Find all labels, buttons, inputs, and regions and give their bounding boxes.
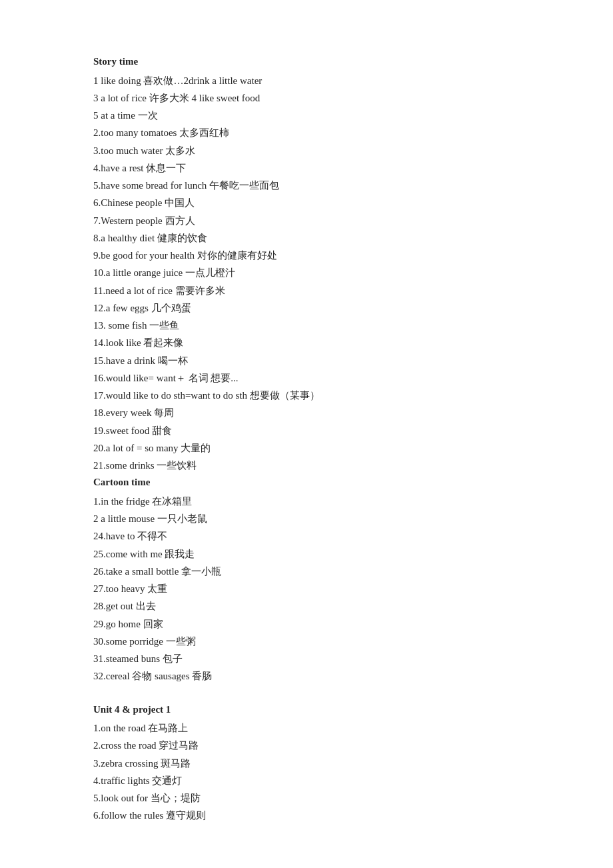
line-cartoon-time-6: 28.get out 出去 xyxy=(93,597,520,615)
line-story-time-12: 11.need a lot of rice 需要许多米 xyxy=(93,282,520,299)
line-story-time-22: 21.some drinks 一些饮料 xyxy=(93,457,520,474)
line-story-time-9: 8.a healthy diet 健康的饮食 xyxy=(93,229,520,247)
line-story-time-5: 4.have a rest 休息一下 xyxy=(93,159,520,177)
line-cartoon-time-10: 32.cereal 谷物 sausages 香肠 xyxy=(93,667,520,685)
line-cartoon-time-3: 25.come with me 跟我走 xyxy=(93,545,520,563)
line-unit4-project1-2: 3.zebra crossing 斑马路 xyxy=(93,755,520,772)
line-cartoon-time-2: 24.have to 不得不 xyxy=(93,527,520,545)
line-cartoon-time-1: 2 a little mouse 一只小老鼠 xyxy=(93,510,520,527)
line-story-time-7: 6.Chinese people 中国人 xyxy=(93,194,520,211)
line-cartoon-time-5: 27.too heavy 太重 xyxy=(93,580,520,597)
line-story-time-8: 7.Western people 西方人 xyxy=(93,212,520,229)
line-cartoon-time-8: 30.some porridge 一些粥 xyxy=(93,633,520,650)
section-story-time: Story time1 like doing 喜欢做…2drink a litt… xyxy=(93,53,520,474)
line-unit4-project1-3: 4.traffic lights 交通灯 xyxy=(93,772,520,789)
line-unit4-project1-0: 1.on the road 在马路上 xyxy=(93,719,520,737)
line-unit4-project1-1: 2.cross the road 穿过马路 xyxy=(93,737,520,754)
line-story-time-14: 13. some fish 一些鱼 xyxy=(93,317,520,334)
section-unit4-project1: Unit 4 & project 11.on the road 在马路上2.cr… xyxy=(93,701,520,825)
line-cartoon-time-9: 31.steamed buns 包子 xyxy=(93,650,520,667)
section-title-story-time: Story time xyxy=(93,53,520,71)
line-story-time-13: 12.a few eggs 几个鸡蛋 xyxy=(93,299,520,317)
line-story-time-2: 5 at a time 一次 xyxy=(93,107,520,124)
line-story-time-11: 10.a little orange juice 一点儿橙汁 xyxy=(93,264,520,281)
line-story-time-17: 16.would like= want＋ 名词 想要... xyxy=(93,369,520,387)
line-story-time-0: 1 like doing 喜欢做…2drink a little water xyxy=(93,72,520,89)
line-cartoon-time-0: 1.in the fridge 在冰箱里 xyxy=(93,493,520,510)
line-story-time-21: 20.a lot of = so many 大量的 xyxy=(93,439,520,457)
section-title-cartoon-time: Cartoon time xyxy=(93,474,520,491)
line-story-time-18: 17.would like to do sth=want to do sth 想… xyxy=(93,387,520,404)
section-title-unit4-project1: Unit 4 & project 1 xyxy=(93,701,520,719)
line-story-time-20: 19.sweet food 甜食 xyxy=(93,422,520,439)
line-story-time-19: 18.every week 每周 xyxy=(93,404,520,421)
section-cartoon-time: Cartoon time1.in the fridge 在冰箱里2 a litt… xyxy=(93,474,520,685)
line-cartoon-time-4: 26.take a small bottle 拿一小瓶 xyxy=(93,563,520,580)
line-unit4-project1-4: 5.look out for 当心；堤防 xyxy=(93,789,520,807)
line-story-time-10: 9.be good for your health 对你的健康有好处 xyxy=(93,247,520,264)
line-story-time-3: 2.too many tomatoes 太多西红柿 xyxy=(93,124,520,141)
page-content: Story time1 like doing 喜欢做…2drink a litt… xyxy=(93,53,520,825)
line-story-time-15: 14.look like 看起来像 xyxy=(93,334,520,351)
line-story-time-1: 3 a lot of rice 许多大米 4 like sweet food xyxy=(93,89,520,107)
line-cartoon-time-7: 29.go home 回家 xyxy=(93,615,520,633)
line-story-time-6: 5.have some bread for lunch 午餐吃一些面包 xyxy=(93,177,520,194)
line-unit4-project1-5: 6.follow the rules 遵守规则 xyxy=(93,807,520,824)
line-story-time-4: 3.too much water 太多水 xyxy=(93,142,520,159)
line-story-time-16: 15.have a drink 喝一杯 xyxy=(93,352,520,369)
